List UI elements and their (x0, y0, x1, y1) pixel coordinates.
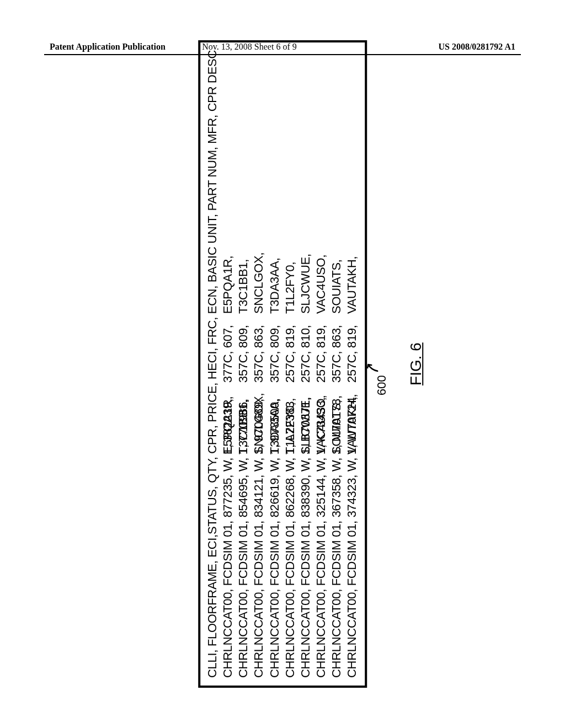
cell: SOUIATS, (329, 383, 344, 454)
cell: CHRLNCCAT00, FCDSIM 01, 367358, W, 1, M7… (329, 454, 344, 678)
cell: 257C, 819, (345, 314, 360, 383)
cell: SNCLGOX, (252, 383, 267, 454)
cell: T1L2FY0, (282, 248, 298, 314)
cell: VAUTAKH, (345, 383, 360, 454)
header-right: US 2008/0281792 A1 (438, 42, 515, 52)
cell: T3DA3AA, (267, 248, 282, 314)
cell: CHRLNCCAT00, FCDSIM 01, 325144, W, 1, K7… (313, 454, 329, 678)
cell: 357C, 809, (236, 314, 252, 383)
cell: SLICWUE, (298, 383, 313, 454)
cell: T1L2FY0, (282, 383, 298, 454)
cell: CHRLNCCAT00, FCDSIM 01, 374323, W, 1, W7… (345, 454, 360, 678)
cell: 357C, 809, (267, 314, 282, 383)
header-text: CLLI, FLOORFRAME, ECI,STATUS, QTY, CPR, … (205, 50, 220, 678)
table-row: CHRLNCCAT00, FCDSIM 01, 838390, W, 1, B7… (298, 50, 313, 678)
table-row: CHRLNCCAT00, FCDSIM 01, 367358, W, 1, M7… (329, 50, 344, 678)
cell: CHRLNCCAT00, FCDSIM 01, 854695, W, 1, 77… (236, 454, 252, 678)
data-table-box: CLLI, FLOORFRAME, ECI,STATUS, QTY, CPR, … (198, 40, 367, 688)
cell: VAC4USO, (313, 383, 329, 454)
cell: SLJCWUE, (298, 248, 313, 314)
table-row: CHRLNCCAT00, FCDSIM 01, 374323, W, 1, W7… (345, 50, 360, 678)
cell: VAC4USO, (313, 248, 329, 314)
cell: 377C, 607, (220, 314, 236, 383)
table-row: CHRLNCCAT00, FCDSIM 01, 877235, W, 1, 38… (220, 50, 236, 678)
cell: CHRLNCCAT00, FCDSIM 01, 877235, W, 1, 38… (220, 454, 236, 678)
figure-caption: FIG. 6 (407, 40, 425, 688)
cell: 257C, 810, (298, 314, 313, 383)
table-row: CHRLNCCAT00, FCDSIM 01, 834121, W, 1, 97… (252, 50, 267, 678)
table-row: CHRLNCCAT00, FCDSIM 01, 325144, W, 1, K7… (313, 50, 329, 678)
cell: 257C, 819, (282, 314, 298, 383)
cell: 357C, 863, (329, 314, 344, 383)
cell: CHRLNCCAT00, FCDSIM 01, 826619, W, 1, 97… (267, 454, 282, 678)
cell: CHRLNCCAT00, FCDSIM 01, 838390, W, 1, B7… (298, 454, 313, 678)
cell: T3C1BB1, (236, 383, 252, 454)
cell: CHRLNCCAT00, FCDSIM 01, 834121, W, 1, 97… (252, 454, 267, 678)
table-row: CHRLNCCAT00, FCDSIM 01, 862268, W, 1, A7… (282, 50, 298, 678)
table-header-row: CLLI, FLOORFRAME, ECI,STATUS, QTY, CPR, … (205, 50, 220, 678)
reference-arrow-icon (366, 362, 378, 372)
table-row: CHRLNCCAT00, FCDSIM 01, 826619, W, 1, 97… (267, 50, 282, 678)
cell: 257C, 819, (313, 314, 329, 383)
cell: VAUTAKH, (345, 248, 360, 314)
cell: T3DA3AA, (267, 383, 282, 454)
cell: SNCLGOX, (252, 248, 267, 314)
cell: SOUIATS, (329, 248, 344, 314)
cell: E5PQA1R, (220, 248, 236, 314)
cell: E5PQA1R, (220, 383, 236, 454)
figure-6-container: CLLI, FLOORFRAME, ECI,STATUS, QTY, CPR, … (198, 40, 367, 688)
cell: CHRLNCCAT00, FCDSIM 01, 862268, W, 1, A7… (282, 454, 298, 678)
cell: 357C, 863, (252, 314, 267, 383)
reference-number: 600 (375, 375, 389, 395)
cell: T3C1BB1, (236, 248, 252, 314)
table-row: CHRLNCCAT00, FCDSIM 01, 854695, W, 1, 77… (236, 50, 252, 678)
header-left: Patent Application Publication (50, 42, 166, 52)
